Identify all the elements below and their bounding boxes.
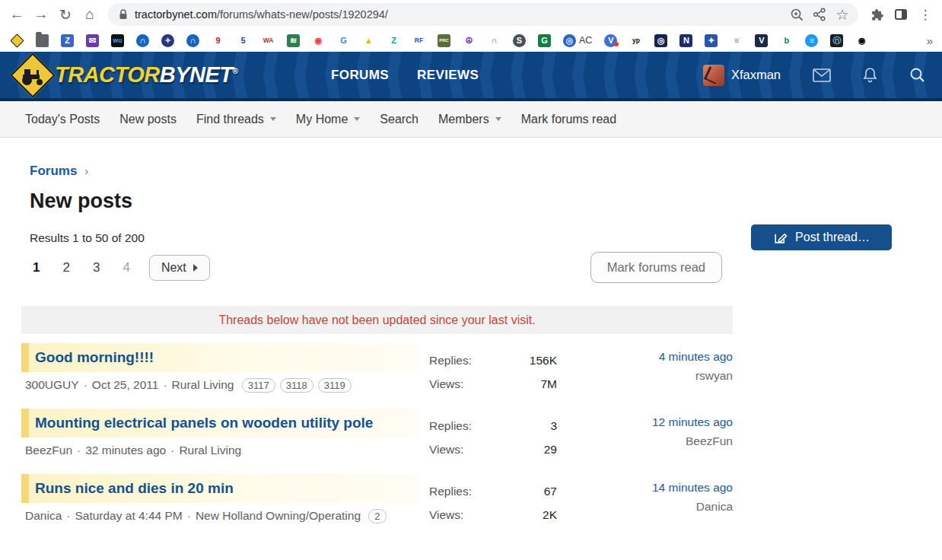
thread-title-link[interactable]: Good morning!!!! bbox=[29, 343, 418, 372]
channel-9-favicon[interactable]: 9 bbox=[212, 34, 224, 47]
share-icon[interactable] bbox=[808, 4, 831, 25]
v-flag-favicon[interactable]: V bbox=[755, 34, 768, 47]
page-3-link[interactable]: 3 bbox=[93, 260, 100, 275]
google-drive-favicon[interactable]: ▲ bbox=[362, 34, 375, 47]
ac-globe-favicon[interactable]: ◎AC bbox=[563, 34, 592, 47]
subnav-find-threads[interactable]: Find threads bbox=[196, 113, 276, 126]
forum-subnav: Today's Posts New posts Find threads My … bbox=[0, 101, 942, 138]
thread-page-pill[interactable]: 3118 bbox=[280, 378, 313, 393]
noaa-favicon[interactable]: ∩ bbox=[136, 34, 149, 47]
thread-forum-link[interactable]: New Holland Owning/Operating bbox=[196, 509, 361, 522]
chevron-down-icon bbox=[354, 117, 360, 121]
browser-menu-icon[interactable]: ⋮ bbox=[913, 2, 937, 27]
messages-envelope-icon[interactable] bbox=[813, 68, 831, 82]
last-post-time-link[interactable]: 14 minutes ago bbox=[557, 479, 733, 498]
bookmark-star-icon[interactable]: ☆ bbox=[831, 4, 854, 25]
google-news-favicon[interactable]: ≡ bbox=[730, 34, 743, 47]
bird-favicon[interactable]: ✦ bbox=[705, 34, 718, 47]
zillow-favicon[interactable]: Z bbox=[387, 34, 400, 47]
thread-author-link[interactable]: BeezFun bbox=[25, 444, 72, 457]
page-4-link[interactable]: 4 bbox=[123, 260, 129, 275]
noaa-favicon-2[interactable]: ∩ bbox=[186, 34, 199, 47]
s-globe-favicon[interactable]: S bbox=[513, 34, 526, 47]
v-notification-favicon[interactable]: V bbox=[604, 34, 617, 47]
google-favicon[interactable]: G bbox=[337, 34, 350, 47]
next-page-button[interactable]: Next bbox=[149, 255, 210, 281]
extensions-puzzle-icon[interactable] bbox=[864, 2, 889, 27]
zoom-page-icon[interactable] bbox=[785, 4, 808, 25]
thread-forum-link[interactable]: Rural Living bbox=[179, 444, 241, 457]
mark-forums-read-button[interactable]: Mark forums read bbox=[590, 252, 722, 283]
thread-page-pill[interactable]: 2 bbox=[368, 509, 386, 523]
cbs-eye-favicon[interactable]: ◉ bbox=[855, 34, 868, 47]
glassdoor-favicon[interactable]: G bbox=[538, 34, 551, 47]
reload-icon[interactable]: ↻ bbox=[53, 2, 78, 27]
subnav-todays-posts[interactable]: Today's Posts bbox=[25, 113, 100, 126]
last-post-time-link[interactable]: 12 minutes ago bbox=[557, 413, 733, 432]
channel-5-favicon[interactable]: 5 bbox=[237, 34, 250, 47]
address-bar[interactable]: tractorbynet.com/forums/whats-new/posts/… bbox=[108, 3, 858, 26]
page-1-link[interactable]: 1 bbox=[33, 260, 40, 275]
bing-favicon[interactable]: b bbox=[780, 34, 793, 47]
federal-seal-favicon[interactable]: ✦ bbox=[161, 34, 174, 47]
thread-title-link[interactable]: Runs nice and dies in 20 min bbox=[29, 474, 418, 503]
w-emblem-favicon[interactable]: ◎ bbox=[654, 34, 667, 47]
subnav-my-home[interactable]: My Home bbox=[296, 113, 360, 126]
subnav-members[interactable]: Members bbox=[438, 113, 501, 126]
site-header: TRACTORBYNET® FORUMS REVIEWS Xfaxman bbox=[0, 52, 942, 101]
search-icon[interactable] bbox=[909, 67, 925, 83]
username[interactable]: Xfaxman bbox=[731, 68, 781, 82]
n-dark-favicon[interactable]: ⓝ bbox=[830, 34, 843, 47]
post-thread-button[interactable]: Post thread… bbox=[751, 224, 892, 250]
thread-meta: BeezFun32 minutes agoRural Living bbox=[21, 441, 418, 460]
views-count: 29 bbox=[544, 438, 557, 461]
yellowpages-favicon[interactable]: yp bbox=[629, 34, 642, 47]
thread-page-pill[interactable]: 3117 bbox=[242, 378, 275, 393]
page-2-link[interactable]: 2 bbox=[62, 260, 69, 275]
thread-author-link[interactable]: 300UGUY bbox=[25, 378, 79, 391]
subnav-search[interactable]: Search bbox=[380, 113, 418, 126]
last-post-user: rswyan bbox=[557, 367, 733, 386]
back-icon[interactable]: ← bbox=[5, 2, 29, 27]
farm-green-favicon[interactable]: ≋ bbox=[287, 34, 300, 47]
thread-author-link[interactable]: Danica bbox=[25, 509, 62, 522]
z-app-favicon[interactable]: Z bbox=[61, 34, 74, 47]
breadcrumb-forums-link[interactable]: Forums bbox=[30, 164, 77, 178]
peace-sign-favicon[interactable]: ☮ bbox=[463, 34, 476, 47]
rf-favicon[interactable]: RF bbox=[412, 34, 425, 47]
nav-forums[interactable]: FORUMS bbox=[331, 68, 389, 83]
google-maps-favicon[interactable]: ◉ bbox=[312, 34, 325, 47]
alerts-bell-icon[interactable] bbox=[863, 67, 877, 83]
rainbow-arc-favicon[interactable]: ∩ bbox=[488, 34, 501, 47]
side-panel-icon[interactable] bbox=[889, 2, 913, 27]
thread-stats: Replies:156K Views:7M bbox=[429, 343, 557, 396]
tractor-crossing-favicon[interactable] bbox=[11, 34, 24, 47]
subnav-mark-forums-read[interactable]: Mark forums read bbox=[521, 113, 616, 126]
folder-favicon[interactable] bbox=[36, 34, 49, 47]
pagination: 1 2 3 4 bbox=[33, 260, 130, 275]
replies-count: 156K bbox=[530, 348, 557, 372]
page-content: Post thread… Forums New posts Results 1 … bbox=[0, 164, 942, 527]
bookmarks-bar: Z✉wu∩✦∩95WA≋◉G▲ZRFPRC☮∩SG◎ACVyp◎N✦≡Vb≡ⓝ◉… bbox=[0, 29, 942, 52]
thread-title-link[interactable]: Mounting electrical panels on wooden uti… bbox=[29, 409, 418, 438]
forward-icon[interactable]: → bbox=[29, 2, 53, 27]
last-post-time-link[interactable]: 4 minutes ago bbox=[557, 348, 733, 367]
avatar[interactable] bbox=[703, 65, 724, 86]
thread-date: Oct 25, 2011 bbox=[92, 378, 159, 391]
weather-underground-favicon[interactable]: wu bbox=[111, 34, 124, 47]
thread-meta: 300UGUYOct 25, 2011Rural Living 31173118… bbox=[21, 376, 418, 394]
nav-reviews[interactable]: REVIEWS bbox=[417, 68, 479, 83]
bookmarks-overflow-icon[interactable]: » bbox=[927, 34, 933, 47]
blue-badge-favicon[interactable]: ≡ bbox=[805, 34, 818, 47]
site-logo[interactable]: TRACTORBYNET® bbox=[9, 59, 237, 91]
primary-nav: FORUMS REVIEWS bbox=[331, 68, 479, 83]
home-icon[interactable]: ⌂ bbox=[78, 2, 102, 27]
n-navy-favicon[interactable]: N bbox=[679, 34, 692, 47]
thread-forum-link[interactable]: Rural Living bbox=[172, 378, 234, 391]
mail-favicon[interactable]: ✉ bbox=[86, 34, 99, 47]
prc-favicon[interactable]: PRC bbox=[438, 34, 450, 47]
url-text[interactable]: tractorbynet.com/forums/whats-new/posts/… bbox=[135, 8, 388, 21]
subnav-new-posts[interactable]: New posts bbox=[119, 113, 177, 126]
wa-favicon[interactable]: WA bbox=[262, 34, 275, 47]
thread-page-pill[interactable]: 3119 bbox=[318, 378, 352, 393]
